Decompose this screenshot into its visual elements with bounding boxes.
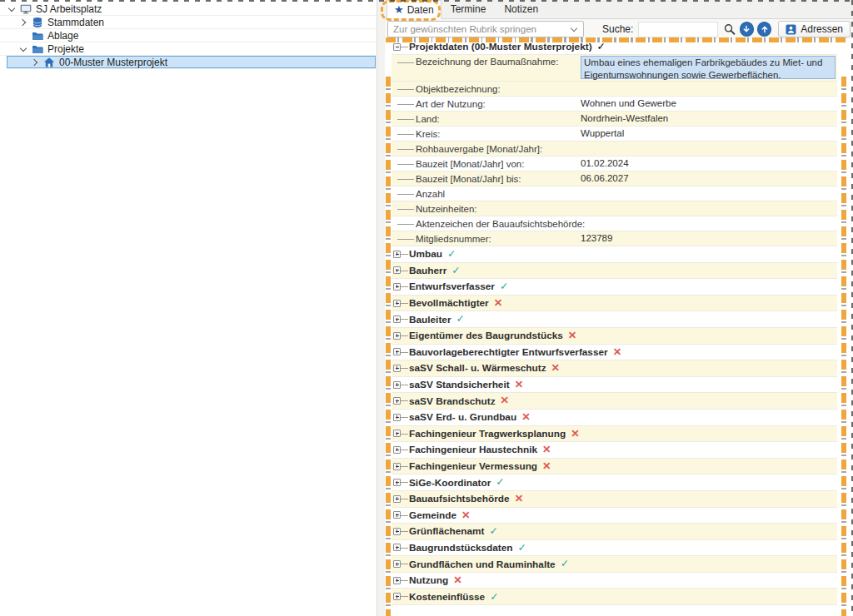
expand-plus-icon[interactable] [393, 463, 401, 470]
tutorial-highlight-border-left [386, 77, 391, 616]
section-row-sasv-schall-u-w-rmeschutz[interactable]: saSV Schall- u. Wärmeschutz ✕ [392, 360, 837, 377]
field-row: Anzahl [392, 186, 837, 201]
search-input[interactable] [638, 22, 718, 37]
rubric-dropdown[interactable]: Zur gewünschten Rubrik springen [387, 21, 584, 37]
jump-prev-button[interactable] [757, 22, 771, 37]
section-row-entwurfsverfasser[interactable]: Entwurfsverfasser ✓ [392, 279, 837, 296]
expand-plus-icon[interactable] [393, 511, 401, 519]
expand-plus-icon[interactable] [393, 430, 401, 437]
expand-plus-icon[interactable] [393, 365, 401, 372]
adressen-button[interactable]: Adressen [778, 21, 851, 37]
chevron-icon[interactable] [18, 31, 28, 41]
tree-item-00-muster-musterprojekt[interactable]: 00-Muster Musterprojekt [7, 56, 376, 69]
expand-plus-icon[interactable] [393, 381, 401, 389]
panel-divider[interactable] [377, 0, 385, 616]
field-value[interactable]: Wuppertal [581, 127, 836, 141]
section-row-fachingenieur-tragwerksplanung[interactable]: Fachingenieur Tragwerksplanung ✕ [392, 426, 837, 443]
chevron-icon[interactable] [18, 17, 28, 27]
arrow-down-icon [742, 25, 751, 33]
section-row-umbau[interactable]: Umbau ✓ [392, 246, 837, 263]
expand-plus-icon[interactable] [393, 577, 401, 584]
field-value[interactable] [581, 216, 836, 231]
section-row-baugrundst-cksdaten[interactable]: Baugrundstücksdaten ✓ [392, 540, 837, 557]
section-row-gemeinde[interactable]: Gemeinde ✕ [392, 508, 837, 524]
expand-plus-icon[interactable] [393, 528, 401, 535]
field-value[interactable]: Nordrhein-Westfalen [581, 112, 836, 126]
expand-plus-icon[interactable] [393, 283, 401, 291]
section-row-bauleiter[interactable]: Bauleiter ✓ [392, 311, 837, 328]
tree-item-sj-arbeitsplatz[interactable]: SJ Arbeitsplatz [0, 2, 377, 16]
tab-label: Termine [451, 3, 486, 15]
field-label: Bauzeit [Monat/Jahr] bis: [416, 174, 521, 184]
check-icon: ✓ [496, 477, 504, 488]
section-label: Gemeinde [409, 509, 456, 521]
expand-plus-icon[interactable] [393, 315, 401, 323]
tab-notizen[interactable]: Notizen [495, 0, 547, 18]
field-value[interactable] [581, 201, 836, 216]
rubric-placeholder: Zur gewünschten Rubrik springen [393, 24, 536, 34]
field-row: Aktenzeichen der Bauaufsichtsbehörde: [392, 216, 837, 231]
expand-plus-icon[interactable] [393, 266, 401, 274]
field-label: Bezeichnung der Baumaßnahme: [416, 57, 558, 67]
section-row-bauaufsichtsbeh-rde[interactable]: Bauaufsichtsbehörde ✕ [392, 491, 837, 508]
check-icon: ✓ [561, 559, 569, 569]
tree-branch [397, 134, 414, 135]
field-value[interactable] [581, 186, 836, 201]
field-value[interactable]: Umbau eines ehemaligen Farbrikgebäudes z… [581, 56, 836, 79]
tree-branch [401, 434, 408, 435]
expand-plus-icon[interactable] [393, 479, 401, 486]
chevron-icon[interactable] [30, 57, 40, 67]
section-row-fachingenieur-haustechnik[interactable]: Fachingenieur Haustechnik ✕ [392, 442, 837, 459]
chevron-icon[interactable] [7, 4, 17, 14]
jump-next-button[interactable] [740, 22, 754, 37]
section-row-bauherr[interactable]: Bauherr ✓ [392, 263, 837, 280]
chevron-icon[interactable] [18, 44, 28, 54]
section-label: Bauleiter [409, 314, 451, 325]
tree-item-stammdaten[interactable]: Stammdaten [0, 16, 377, 29]
section-row-bauvorlageberechtigter-entwurfsverfasser[interactable]: Bauvorlageberechtigter Entwurfsverfasser… [392, 345, 837, 361]
field-value[interactable]: Wohnen und Gewerbe [581, 97, 836, 111]
section-row-sasv-brandschutz[interactable]: saSV Brandschutz ✕ [392, 393, 837, 410]
section-row-sasv-standsicherheit[interactable]: saSV Standsicherheit ✕ [392, 377, 837, 394]
form-root-label: Projektdaten (00-Muster Musterprojekt) [409, 41, 592, 52]
section-row-fachingenieur-vermessung[interactable]: Fachingenieur Vermessung ✕ [392, 459, 837, 475]
tree-branch [401, 515, 408, 516]
field-value[interactable] [581, 82, 836, 96]
tree-item-projekte[interactable]: Projekte [0, 42, 377, 56]
search-icon[interactable] [723, 22, 736, 36]
section-row-bevollm-chtigter[interactable]: Bevollmächtigter ✕ [392, 296, 837, 312]
tree-item-ablage[interactable]: Ablage [0, 29, 377, 42]
expand-plus-icon[interactable] [393, 414, 401, 421]
section-row-nutzung[interactable]: Nutzung ✕ [392, 573, 837, 589]
expand-plus-icon[interactable] [393, 446, 401, 454]
tree-branch [401, 352, 408, 353]
tree-branch [401, 564, 408, 564]
section-row-grundfl-chen-und-rauminhalte[interactable]: Grundflächen und Rauminhalte ✓ [392, 556, 837, 573]
contact-icon [786, 24, 796, 35]
section-row-eigent-mer-des-baugrundst-cks[interactable]: Eigentümer des Baugrundstücks ✕ [392, 328, 837, 345]
field-value[interactable]: 06.06.2027 [581, 171, 836, 186]
tab-daten[interactable]: ★ Daten [387, 0, 441, 19]
expand-plus-icon[interactable] [393, 544, 401, 551]
field-value[interactable]: 01.02.2024 [581, 156, 836, 171]
tree-branch [397, 239, 414, 240]
expand-plus-icon[interactable] [393, 348, 401, 355]
tab-termine[interactable]: Termine [441, 0, 496, 18]
cross-icon: ✕ [515, 380, 523, 390]
collapse-minus-icon[interactable] [393, 43, 401, 51]
expand-plus-icon[interactable] [393, 397, 401, 405]
expand-plus-icon[interactable] [393, 251, 401, 258]
section-row-sasv-erd-u-grundbau[interactable]: saSV Erd- u. Grundbau ✕ [392, 410, 837, 426]
expand-plus-icon[interactable] [393, 593, 401, 600]
section-label: Bauvorlageberechtigter Entwurfsverfasser [409, 346, 608, 358]
cross-icon: ✕ [571, 429, 579, 440]
expand-plus-icon[interactable] [393, 332, 401, 340]
field-value[interactable]: 123789 [581, 231, 836, 246]
section-row-gr-nfl-chenamt[interactable]: Grünflächenamt ✓ [392, 524, 837, 540]
section-row-sige-koordinator[interactable]: SiGe-Koordinator ✓ [392, 474, 837, 491]
field-value[interactable] [581, 142, 836, 156]
expand-plus-icon[interactable] [393, 495, 401, 503]
section-row-kosteneinfl-sse[interactable]: Kosteneinflüsse ✓ [392, 589, 837, 605]
expand-plus-icon[interactable] [393, 300, 401, 307]
expand-plus-icon[interactable] [393, 560, 401, 568]
